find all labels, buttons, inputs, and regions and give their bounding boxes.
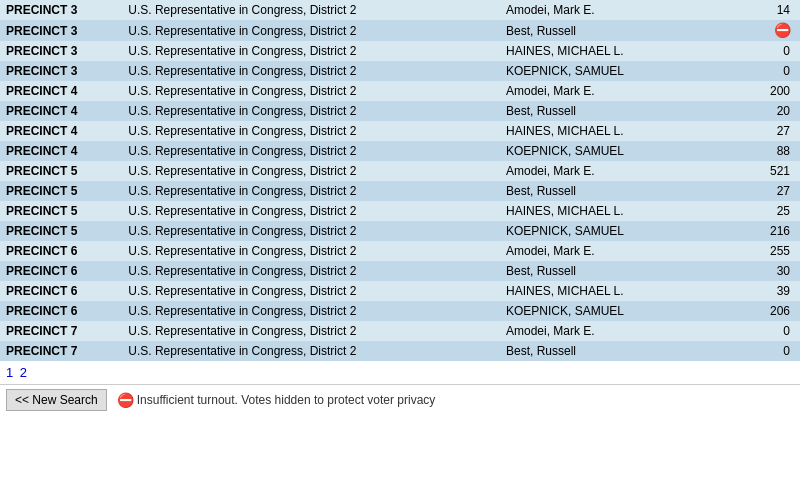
table-row: PRECINCT 6U.S. Representative in Congres… (0, 241, 800, 261)
cell-votes: ⛔ (733, 20, 800, 41)
cell-office: U.S. Representative in Congress, Distric… (122, 341, 500, 361)
table-row: PRECINCT 3U.S. Representative in Congres… (0, 0, 800, 20)
cell-office: U.S. Representative in Congress, Distric… (122, 281, 500, 301)
cell-candidate: KOEPNICK, SAMUEL (500, 301, 733, 321)
table-row: PRECINCT 4U.S. Representative in Congres… (0, 141, 800, 161)
cell-votes: 14 (733, 0, 800, 20)
cell-office: U.S. Representative in Congress, Distric… (122, 121, 500, 141)
cell-office: U.S. Representative in Congress, Distric… (122, 321, 500, 341)
cell-precinct: PRECINCT 6 (0, 301, 122, 321)
cell-votes: 216 (733, 221, 800, 241)
cell-candidate: Best, Russell (500, 341, 733, 361)
cell-office: U.S. Representative in Congress, Distric… (122, 61, 500, 81)
cell-office: U.S. Representative in Congress, Distric… (122, 0, 500, 20)
cell-precinct: PRECINCT 3 (0, 0, 122, 20)
table-row: PRECINCT 5U.S. Representative in Congres… (0, 181, 800, 201)
cell-candidate: Best, Russell (500, 101, 733, 121)
cell-precinct: PRECINCT 5 (0, 201, 122, 221)
cell-candidate: Best, Russell (500, 261, 733, 281)
cell-votes: 88 (733, 141, 800, 161)
cell-precinct: PRECINCT 4 (0, 81, 122, 101)
cell-office: U.S. Representative in Congress, Distric… (122, 81, 500, 101)
table-row: PRECINCT 6U.S. Representative in Congres… (0, 301, 800, 321)
cell-votes: 0 (733, 321, 800, 341)
cell-candidate: HAINES, MICHAEL L. (500, 41, 733, 61)
cell-precinct: PRECINCT 6 (0, 241, 122, 261)
new-search-button[interactable]: << New Search (6, 389, 107, 411)
cell-candidate: Amodei, Mark E. (500, 0, 733, 20)
cell-candidate: Amodei, Mark E. (500, 161, 733, 181)
table-row: PRECINCT 4U.S. Representative in Congres… (0, 121, 800, 141)
cell-votes: 206 (733, 301, 800, 321)
table-row: PRECINCT 7U.S. Representative in Congres… (0, 321, 800, 341)
footer-note: ⛔ Insufficient turnout. Votes hidden to … (117, 392, 436, 408)
table-row: PRECINCT 6U.S. Representative in Congres… (0, 281, 800, 301)
cell-office: U.S. Representative in Congress, Distric… (122, 41, 500, 61)
cell-precinct: PRECINCT 4 (0, 141, 122, 161)
cell-candidate: HAINES, MICHAEL L. (500, 281, 733, 301)
cell-votes: 200 (733, 81, 800, 101)
cell-precinct: PRECINCT 6 (0, 281, 122, 301)
cell-votes: 0 (733, 61, 800, 81)
cell-precinct: PRECINCT 3 (0, 41, 122, 61)
table-row: PRECINCT 5U.S. Representative in Congres… (0, 161, 800, 181)
table-row: PRECINCT 5U.S. Representative in Congres… (0, 221, 800, 241)
cell-votes: 255 (733, 241, 800, 261)
cell-office: U.S. Representative in Congress, Distric… (122, 101, 500, 121)
cell-candidate: Amodei, Mark E. (500, 321, 733, 341)
cell-candidate: KOEPNICK, SAMUEL (500, 61, 733, 81)
cell-office: U.S. Representative in Congress, Distric… (122, 261, 500, 281)
cell-candidate: KOEPNICK, SAMUEL (500, 221, 733, 241)
cell-candidate: HAINES, MICHAEL L. (500, 121, 733, 141)
footer-bar: << New Search ⛔ Insufficient turnout. Vo… (0, 384, 800, 415)
cell-office: U.S. Representative in Congress, Distric… (122, 201, 500, 221)
cell-precinct: PRECINCT 4 (0, 121, 122, 141)
table-row: PRECINCT 5U.S. Representative in Congres… (0, 201, 800, 221)
cell-candidate: Best, Russell (500, 20, 733, 41)
cell-votes: 0 (733, 341, 800, 361)
insufficient-icon: ⛔ (774, 22, 790, 38)
table-row: PRECINCT 7U.S. Representative in Congres… (0, 341, 800, 361)
cell-candidate: HAINES, MICHAEL L. (500, 201, 733, 221)
table-row: PRECINCT 3U.S. Representative in Congres… (0, 20, 800, 41)
cell-candidate: Best, Russell (500, 181, 733, 201)
cell-precinct: PRECINCT 5 (0, 161, 122, 181)
insufficient-icon: ⛔ (117, 392, 133, 408)
cell-votes: 25 (733, 201, 800, 221)
table-row: PRECINCT 3U.S. Representative in Congres… (0, 41, 800, 61)
cell-votes: 30 (733, 261, 800, 281)
page-1-link[interactable]: 1 (6, 365, 13, 380)
table-row: PRECINCT 4U.S. Representative in Congres… (0, 101, 800, 121)
cell-precinct: PRECINCT 3 (0, 20, 122, 41)
cell-candidate: Amodei, Mark E. (500, 81, 733, 101)
cell-candidate: Amodei, Mark E. (500, 241, 733, 261)
table-row: PRECINCT 4U.S. Representative in Congres… (0, 81, 800, 101)
page-2-link[interactable]: 2 (20, 365, 27, 380)
cell-votes: 39 (733, 281, 800, 301)
cell-precinct: PRECINCT 7 (0, 321, 122, 341)
cell-precinct: PRECINCT 5 (0, 181, 122, 201)
cell-office: U.S. Representative in Congress, Distric… (122, 241, 500, 261)
results-table-container: PRECINCT 3U.S. Representative in Congres… (0, 0, 800, 361)
cell-office: U.S. Representative in Congress, Distric… (122, 301, 500, 321)
table-row: PRECINCT 3U.S. Representative in Congres… (0, 61, 800, 81)
results-table: PRECINCT 3U.S. Representative in Congres… (0, 0, 800, 361)
cell-candidate: KOEPNICK, SAMUEL (500, 141, 733, 161)
cell-office: U.S. Representative in Congress, Distric… (122, 181, 500, 201)
table-row: PRECINCT 6U.S. Representative in Congres… (0, 261, 800, 281)
pagination: 1 2 (0, 361, 800, 384)
cell-votes: 0 (733, 41, 800, 61)
cell-precinct: PRECINCT 4 (0, 101, 122, 121)
cell-precinct: PRECINCT 5 (0, 221, 122, 241)
cell-precinct: PRECINCT 3 (0, 61, 122, 81)
cell-votes: 521 (733, 161, 800, 181)
cell-votes: 27 (733, 181, 800, 201)
cell-votes: 27 (733, 121, 800, 141)
cell-office: U.S. Representative in Congress, Distric… (122, 20, 500, 41)
cell-precinct: PRECINCT 6 (0, 261, 122, 281)
footer-note-text: Insufficient turnout. Votes hidden to pr… (137, 393, 436, 407)
cell-office: U.S. Representative in Congress, Distric… (122, 221, 500, 241)
cell-precinct: PRECINCT 7 (0, 341, 122, 361)
cell-office: U.S. Representative in Congress, Distric… (122, 141, 500, 161)
cell-office: U.S. Representative in Congress, Distric… (122, 161, 500, 181)
